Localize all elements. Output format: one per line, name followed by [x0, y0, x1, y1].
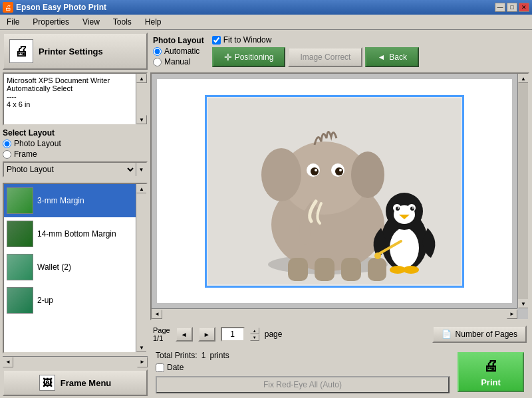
printer-info-scrollbar[interactable]: ▲ ▼	[136, 74, 146, 124]
printer-info-box: Microsoft XPS Document Writer Automatica…	[3, 72, 148, 126]
back-button[interactable]: ◄ Back	[365, 47, 419, 67]
bottom-left: Total Prints: 1 prints Date Fix Red-Eye …	[156, 351, 450, 393]
frame-radio[interactable]: Frame	[3, 149, 148, 159]
preview-content	[157, 79, 512, 303]
svg-point-4	[261, 148, 301, 201]
page-label: Page	[153, 326, 170, 334]
layout-label-wallet: Wallet (2)	[37, 262, 71, 272]
layout-item-wallet[interactable]: Wallet (2)	[4, 250, 136, 284]
preview-h-scroll-left[interactable]: ◄	[152, 310, 162, 319]
page-number-spinner[interactable]: ▲ ▼	[250, 328, 259, 341]
svg-point-15	[339, 169, 342, 171]
printer-scroll-down[interactable]: ▼	[136, 115, 147, 124]
page-navigation: Page 1/1 ◄ ► ▲ ▼ page 📄 Number of Pages	[150, 323, 529, 346]
layout-horizontal-scroll[interactable]: ◄ ►	[3, 356, 148, 367]
preview-scroll-up[interactable]: ▲	[518, 74, 529, 83]
photo-layout-radio[interactable]: Photo Layout	[3, 139, 148, 148]
svg-point-12	[315, 169, 317, 171]
select-layout-label: Select Layout	[3, 128, 148, 138]
photo-layout-section: Photo Layout Automatic Manual	[153, 36, 204, 66]
svg-point-14	[335, 167, 343, 175]
layout-scroll-up[interactable]: ▲	[136, 184, 147, 193]
app-icon: 🖨	[3, 2, 13, 13]
frame-menu-label: Frame Menu	[61, 378, 112, 388]
total-prints-value: 1	[201, 351, 206, 360]
preview-h-scroll-right[interactable]: ►	[507, 310, 517, 319]
layout-label-2up: 2-up	[37, 296, 53, 305]
printer-paper-size: 4 x 6 in	[7, 100, 144, 108]
layout-item-14mm[interactable]: 14-mm Bottom Margin	[4, 217, 136, 250]
top-toolbar: Photo Layout Automatic Manual Fit to Win…	[150, 33, 529, 70]
h-scroll-track	[13, 357, 137, 367]
total-prints-section: Total Prints: 1 prints	[156, 351, 450, 360]
menu-bar: File Properties View Tools Help	[0, 15, 532, 30]
h-scroll-left[interactable]: ◄	[3, 357, 13, 367]
printer-scroll-up[interactable]: ▲	[136, 74, 147, 83]
preview-horizontal-scrollbar[interactable]: ◄ ►	[152, 308, 517, 319]
photo-layout-label: Photo Layout	[14, 139, 61, 148]
manual-radio[interactable]: Manual	[153, 57, 204, 66]
photo-frame	[205, 95, 464, 288]
photo-layout-section-label: Photo Layout	[153, 36, 204, 45]
date-checkbox[interactable]: Date	[156, 363, 450, 372]
page-info: Page 1/1	[153, 326, 170, 342]
layout-list: 3-mm Margin 14-mm Bottom Margin Wallet (…	[3, 183, 148, 353]
printer-auto: Automatically Select	[7, 84, 144, 92]
h-scroll-right[interactable]: ►	[137, 357, 148, 367]
window-title: Epson Easy Photo Print	[16, 3, 106, 12]
layout-list-scrollbar[interactable]: ▲ ▼	[136, 184, 146, 352]
tab-buttons: ✛ Positioning Image Correct ◄ Back	[212, 47, 419, 67]
layout-select[interactable]: Photo Layout	[4, 164, 136, 175]
maximize-button[interactable]: □	[507, 3, 517, 12]
minimize-button[interactable]: —	[495, 3, 505, 12]
select-layout-section: Select Layout Photo Layout Frame Photo L…	[3, 128, 148, 180]
prev-page-button[interactable]: ◄	[176, 327, 193, 342]
printer-name: Microsoft XPS Document Writer	[7, 76, 144, 84]
printer-icon: 🖨	[9, 39, 33, 63]
printer-settings-button[interactable]: 🖨 Printer Settings	[3, 33, 148, 70]
preview-scroll-down[interactable]: ▼	[518, 299, 529, 308]
menu-tools[interactable]: Tools	[109, 16, 136, 28]
print-icon: 🖨	[483, 357, 498, 375]
svg-point-24	[410, 207, 414, 211]
layout-label-14mm: 14-mm Bottom Margin	[37, 229, 116, 239]
layout-item-2up[interactable]: 2-up	[4, 284, 136, 317]
svg-rect-7	[315, 258, 334, 281]
print-button[interactable]: 🖨 Print	[458, 352, 524, 392]
main-container: 🖨 Printer Settings Microsoft XPS Documen…	[0, 30, 532, 398]
automatic-radio[interactable]: Automatic	[153, 47, 204, 56]
back-arrow-icon: ◄	[377, 52, 385, 62]
svg-point-17	[390, 228, 419, 268]
num-pages-icon: 📄	[442, 330, 452, 339]
layout-thumb-3mm	[7, 187, 33, 214]
frame-menu-button[interactable]: 🖼 Frame Menu	[3, 369, 148, 396]
layout-thumb-2up	[7, 287, 33, 314]
page-spinner-up[interactable]: ▲	[250, 328, 259, 334]
menu-view[interactable]: View	[78, 16, 104, 28]
preview-vertical-scrollbar[interactable]: ▲ ▼	[517, 74, 528, 308]
window-controls[interactable]: — □ ✕	[495, 3, 529, 12]
page-number-input[interactable]	[221, 327, 245, 342]
bottom-bar: Total Prints: 1 prints Date Fix Red-Eye …	[150, 348, 529, 396]
right-panel: Photo Layout Automatic Manual Fit to Win…	[150, 33, 529, 396]
layout-item-3mm[interactable]: 3-mm Margin	[4, 184, 136, 217]
menu-file[interactable]: File	[3, 16, 23, 28]
page-spinner-down[interactable]: ▼	[250, 334, 259, 341]
layout-dropdown[interactable]: Photo Layout ▼	[3, 161, 148, 177]
image-correct-label: Image Correct	[300, 52, 350, 62]
menu-properties[interactable]: Properties	[29, 16, 73, 28]
positioning-tab[interactable]: ✛ Positioning	[212, 47, 286, 67]
svg-point-11	[311, 167, 319, 175]
layout-label-3mm: 3-mm Margin	[37, 196, 84, 205]
svg-point-5	[351, 151, 384, 198]
menu-help[interactable]: Help	[141, 16, 166, 28]
number-of-pages-button[interactable]: 📄 Number of Pages	[432, 326, 527, 343]
bottom-controls: Date Fix Red-Eye All (Auto)	[156, 363, 450, 393]
image-correct-tab[interactable]: Image Correct	[288, 47, 362, 67]
layout-scroll-down[interactable]: ▼	[136, 343, 147, 352]
dropdown-arrow-icon[interactable]: ▼	[136, 163, 146, 176]
fit-to-window-checkbox[interactable]: Fit to Window	[212, 35, 419, 45]
fix-red-eye-button[interactable]: Fix Red-Eye All (Auto)	[156, 376, 450, 393]
next-page-button[interactable]: ►	[198, 327, 215, 342]
close-button[interactable]: ✕	[519, 3, 529, 12]
